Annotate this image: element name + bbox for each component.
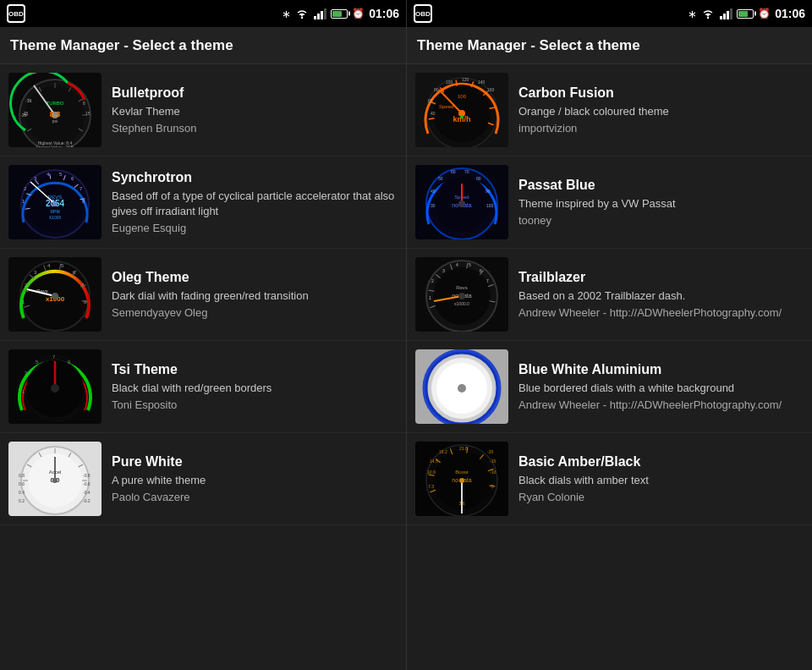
theme-item-bulletproof[interactable]: TURBO 8.3 psi -25 Highest Value: 8.4 Low… bbox=[0, 64, 406, 157]
thumbnail-synchrotron: 1 2 3 4 5 6 7 8 REVS 2054 RPM X1000 bbox=[8, 165, 102, 239]
theme-item-synchrotron[interactable]: 1 2 3 4 5 6 7 8 REVS 2054 RPM X1000 bbox=[0, 157, 406, 249]
svg-text:-10: -10 bbox=[490, 470, 496, 475]
author-trailblazer: Andrew Wheeler - http://ADWheelerPhotogr… bbox=[518, 306, 804, 319]
name-bulletproof: Bulletproof bbox=[112, 85, 398, 101]
right-panel: OBD ∗ ⏰ 01:06 Theme Manager - bbox=[406, 0, 812, 670]
svg-point-173 bbox=[458, 293, 465, 299]
theme-item-carbonfusion[interactable]: 100 Speed km/h 40 60 80 100 120 140 160 bbox=[407, 64, 812, 157]
svg-rect-108 bbox=[720, 16, 722, 19]
svg-point-150 bbox=[458, 200, 465, 207]
desc-bulletproof: Kevlar Theme bbox=[112, 104, 398, 119]
thumbnail-bluewhite bbox=[415, 349, 508, 424]
theme-item-bluewhite[interactable]: Blue White Aluminium Blue bordered dials… bbox=[407, 341, 812, 433]
theme-item-oleg[interactable]: 1 2 3 4 5 6 7 8 Revs x1000 bbox=[0, 249, 406, 341]
info-synchrotron: Synchrotron Based off of a type of cycli… bbox=[112, 170, 398, 234]
thumbnail-trailblazer: 1 2 3 4 5 6 7 Revs no data x1000.0 bbox=[415, 257, 508, 332]
svg-text:-20: -20 bbox=[487, 449, 493, 454]
svg-point-79 bbox=[51, 384, 59, 393]
info-oleg: Oleg Theme Dark dial with fading green/r… bbox=[112, 270, 398, 319]
wifi-icon-left bbox=[295, 8, 309, 19]
time-right: 01:06 bbox=[775, 7, 805, 20]
name-amberblack: Basic Amber/Black bbox=[518, 454, 804, 470]
thumbnail-oleg: 1 2 3 4 5 6 7 8 Revs x1000 bbox=[8, 257, 102, 332]
svg-text:x1000.0: x1000.0 bbox=[454, 301, 469, 306]
theme-item-amberblack[interactable]: 7.3 10.9 14.5 18.2 21.8 -20 -15 -10 -5 B… bbox=[407, 433, 812, 525]
svg-text:18.2: 18.2 bbox=[439, 449, 447, 454]
svg-text:14.5: 14.5 bbox=[430, 459, 438, 464]
info-carbonfusion: Carbon Fusion Orange / black coloured th… bbox=[518, 85, 804, 135]
desc-purewhite: A pure white theme bbox=[112, 473, 398, 488]
author-amberblack: Ryan Colonie bbox=[518, 491, 804, 503]
svg-text:Lowest Value: -24.5: Lowest Value: -24.5 bbox=[36, 145, 74, 147]
theme-item-purewhite[interactable]: Accel 0.0 0.8 0.6 0.4 bbox=[0, 433, 406, 525]
status-bar-left: OBD ∗ ⏰ 01:06 bbox=[0, 0, 406, 27]
info-bulletproof: Bulletproof Kevlar Theme Stephen Brunson bbox=[112, 85, 398, 135]
svg-text:-0.8: -0.8 bbox=[83, 473, 91, 478]
svg-text:21.8: 21.8 bbox=[459, 446, 468, 451]
info-trailblazer: Trailblazer Based on a 2002 Trailblazer … bbox=[518, 270, 804, 319]
title-left: Theme Manager - Select a theme bbox=[10, 37, 233, 54]
desc-passatblue: Theme inspired by a VW Passat bbox=[518, 196, 804, 211]
desc-trailblazer: Based on a 2002 Trailblazer dash. bbox=[518, 288, 804, 304]
svg-text:RPM: RPM bbox=[50, 209, 59, 214]
svg-text:psi: psi bbox=[52, 118, 58, 124]
alarm-icon-left: ⏰ bbox=[352, 8, 365, 19]
svg-text:TURBO: TURBO bbox=[47, 101, 64, 106]
author-passatblue: tooney bbox=[518, 214, 804, 227]
svg-text:0.2: 0.2 bbox=[19, 498, 25, 503]
info-passatblue: Passat Blue Theme inspired by a VW Passa… bbox=[518, 178, 804, 227]
status-bar-right: OBD ∗ ⏰ 01:06 bbox=[407, 0, 812, 27]
signal-icon-right bbox=[719, 8, 732, 19]
thumbnail-bulletproof: TURBO 8.3 psi -25 Highest Value: 8.4 Low… bbox=[8, 73, 102, 147]
desc-synchrotron: Based off of a type of cyclical particle… bbox=[112, 189, 398, 219]
info-tsi: Tsi Theme Black dial with red/green bord… bbox=[112, 362, 398, 411]
time-left: 01:06 bbox=[369, 7, 399, 20]
info-amberblack: Basic Amber/Black Black dials with amber… bbox=[518, 454, 804, 503]
svg-text:8: 8 bbox=[83, 101, 85, 106]
svg-text:3: 3 bbox=[442, 268, 445, 273]
svg-text:70: 70 bbox=[464, 169, 469, 174]
svg-point-203 bbox=[459, 478, 464, 483]
name-synchrotron: Synchrotron bbox=[112, 170, 398, 185]
svg-rect-4 bbox=[324, 8, 326, 19]
svg-text:-12: -12 bbox=[25, 98, 31, 103]
battery-icon-right bbox=[737, 9, 754, 19]
signal-icon-left bbox=[313, 8, 326, 19]
theme-item-trailblazer[interactable]: 1 2 3 4 5 6 7 Revs no data x1000.0 bbox=[407, 249, 812, 341]
theme-item-tsi[interactable]: 1 3 5 7 9 Tsi Theme Black dial with red/… bbox=[0, 341, 406, 433]
svg-text:60: 60 bbox=[451, 169, 456, 174]
svg-text:1: 1 bbox=[429, 295, 431, 300]
desc-carbonfusion: Orange / black coloured theme bbox=[518, 104, 804, 119]
svg-text:8.3: 8.3 bbox=[50, 110, 61, 118]
svg-text:2: 2 bbox=[431, 278, 434, 283]
thumbnail-purewhite: Accel 0.0 0.8 0.6 0.4 bbox=[8, 442, 102, 516]
svg-text:Boost: Boost bbox=[455, 470, 469, 475]
svg-text:100: 100 bbox=[446, 80, 453, 85]
info-purewhite: Pure White A pure white theme Paolo Cava… bbox=[112, 454, 398, 503]
svg-rect-111 bbox=[730, 8, 732, 19]
theme-list-left[interactable]: TURBO 8.3 psi -25 Highest Value: 8.4 Low… bbox=[0, 64, 406, 670]
svg-text:-0.4: -0.4 bbox=[83, 490, 91, 495]
author-carbonfusion: importvizion bbox=[518, 122, 804, 135]
thumbnail-amberblack: 7.3 10.9 14.5 18.2 21.8 -20 -15 -10 -5 B… bbox=[415, 442, 508, 516]
theme-item-passatblue[interactable]: 30 40 50 60 70 80 90 100 Speed no data bbox=[407, 157, 812, 249]
name-passatblue: Passat Blue bbox=[518, 178, 804, 193]
wifi-icon-right bbox=[701, 8, 715, 19]
svg-text:7: 7 bbox=[486, 278, 489, 283]
desc-amberblack: Black dials with amber text bbox=[518, 473, 804, 488]
thumbnail-passatblue: 30 40 50 60 70 80 90 100 Speed no data bbox=[415, 165, 508, 239]
svg-text:90: 90 bbox=[486, 189, 491, 194]
svg-text:7.3: 7.3 bbox=[428, 484, 434, 489]
svg-text:40: 40 bbox=[431, 189, 436, 194]
svg-text:100: 100 bbox=[486, 203, 494, 208]
svg-point-52 bbox=[52, 201, 58, 206]
svg-text:80: 80 bbox=[476, 176, 481, 181]
svg-point-74 bbox=[52, 293, 58, 299]
obd-icon-left: OBD bbox=[7, 4, 25, 23]
theme-list-right[interactable]: 100 Speed km/h 40 60 80 100 120 140 160 bbox=[407, 64, 812, 670]
title-bar-right: Theme Manager - Select a theme bbox=[407, 27, 812, 64]
svg-point-0 bbox=[301, 16, 303, 18]
svg-rect-110 bbox=[727, 11, 729, 19]
svg-text:120: 120 bbox=[462, 77, 469, 82]
svg-text:-25: -25 bbox=[22, 111, 28, 116]
